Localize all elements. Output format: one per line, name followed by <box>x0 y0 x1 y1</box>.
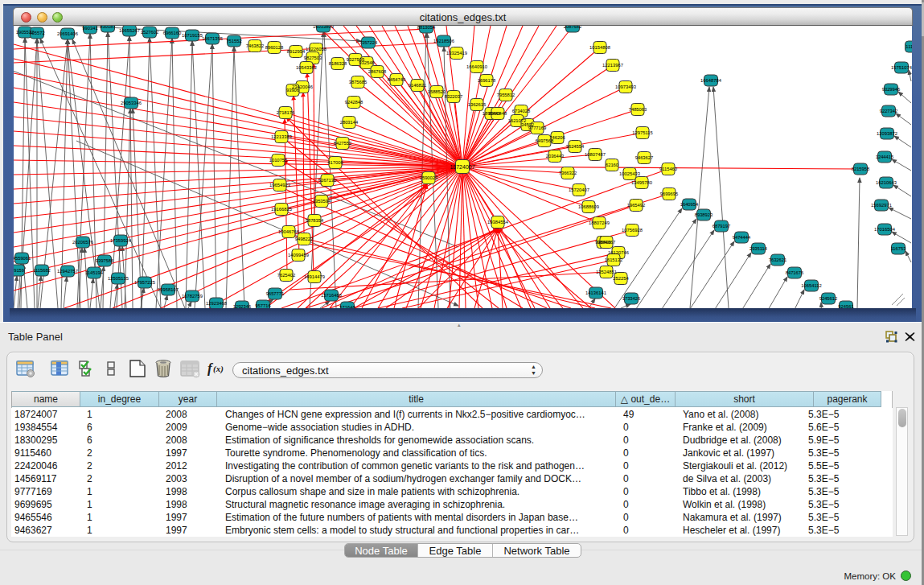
svg-text:8215958: 8215958 <box>852 167 870 171</box>
svg-text:5878354: 5878354 <box>306 218 324 223</box>
svg-text:14099459: 14099459 <box>288 253 309 257</box>
svg-text:8322037: 8322037 <box>445 94 463 99</box>
svg-text:1590023: 1590023 <box>420 175 438 180</box>
svg-text:8186328: 8186328 <box>329 61 347 66</box>
svg-text:1010755: 1010755 <box>269 158 288 163</box>
svg-text:7485063: 7485063 <box>629 107 647 112</box>
svg-text:2087682: 2087682 <box>564 26 582 29</box>
svg-text:1733426: 1733426 <box>622 296 641 301</box>
svg-text:6966160: 6966160 <box>163 31 182 35</box>
svg-text:9699695: 9699695 <box>660 192 679 196</box>
svg-text:1640954: 1640954 <box>680 202 699 207</box>
svg-text:15716485: 15716485 <box>321 293 342 298</box>
svg-text:15692971: 15692971 <box>871 203 892 208</box>
svg-text:9397586: 9397586 <box>96 258 114 263</box>
svg-text:10973493: 10973493 <box>615 84 636 89</box>
svg-text:990341: 990341 <box>82 26 97 31</box>
svg-text:10046766: 10046766 <box>278 229 299 234</box>
svg-text:13495780: 13495780 <box>631 180 652 185</box>
svg-text:957716: 957716 <box>255 303 270 308</box>
svg-text:8990448: 8990448 <box>489 111 507 116</box>
svg-text:93906: 93906 <box>286 88 299 93</box>
svg-text:9329946: 9329946 <box>882 87 901 92</box>
svg-text:405572: 405572 <box>29 31 44 35</box>
svg-text:16033809: 16033809 <box>313 26 334 29</box>
svg-text:9498222: 9498222 <box>295 237 314 241</box>
svg-text:7632621: 7632621 <box>769 257 787 262</box>
svg-text:12923468: 12923468 <box>206 301 227 306</box>
svg-text:9777169: 9777169 <box>528 126 547 130</box>
svg-text:5267130: 5267130 <box>318 178 337 183</box>
svg-text:7955812: 7955812 <box>497 93 515 97</box>
svg-text:116753: 116753 <box>891 246 906 251</box>
svg-text:12213383: 12213383 <box>271 134 292 139</box>
svg-text:252254: 252254 <box>613 276 629 281</box>
svg-text:14136141: 14136141 <box>585 290 606 295</box>
svg-text:9146821: 9146821 <box>409 83 427 88</box>
svg-text:1527602: 1527602 <box>141 30 159 35</box>
svg-text:1588520: 1588520 <box>428 89 446 94</box>
svg-text:10543362: 10543362 <box>296 65 317 70</box>
svg-text:9827503: 9827503 <box>304 56 322 60</box>
svg-text:1115682: 1115682 <box>33 268 51 273</box>
svg-text:20691406: 20691406 <box>57 31 78 36</box>
svg-text:19654923: 19654923 <box>269 183 290 187</box>
svg-text:19166825: 19166825 <box>271 207 292 212</box>
svg-text:39159: 39159 <box>14 268 24 273</box>
svg-text:10688609: 10688609 <box>578 204 599 209</box>
svg-text:4559061: 4559061 <box>14 256 31 261</box>
svg-text:11122: 11122 <box>906 44 912 49</box>
svg-text:6497568: 6497568 <box>536 138 554 143</box>
svg-text:20206576: 20206576 <box>72 240 93 245</box>
svg-text:9242848: 9242848 <box>345 100 363 105</box>
svg-text:751552: 751552 <box>226 39 241 43</box>
svg-text:15751074: 15751074 <box>891 65 912 70</box>
svg-text:10654112: 10654112 <box>801 283 821 288</box>
svg-text:62160: 62160 <box>606 163 618 167</box>
svg-text:15720407: 15720407 <box>569 187 589 192</box>
svg-text:9684067: 9684067 <box>598 240 616 245</box>
svg-text:1362615: 1362615 <box>468 102 487 107</box>
svg-text:16210643: 16210643 <box>876 180 897 185</box>
svg-text:10958107: 10958107 <box>158 287 179 292</box>
svg-text:10756928: 10756928 <box>622 228 643 233</box>
svg-text:19384554: 19384554 <box>487 220 509 225</box>
svg-text:17359924: 17359924 <box>110 238 132 243</box>
svg-text:830187: 830187 <box>100 26 115 29</box>
svg-text:10719155: 10719155 <box>182 33 203 38</box>
svg-text:10025433: 10025433 <box>619 171 640 176</box>
svg-text:12213967: 12213967 <box>602 63 623 68</box>
svg-text:7625402: 7625402 <box>277 273 296 278</box>
svg-text:13325419: 13325419 <box>446 51 467 56</box>
svg-text:1696178: 1696178 <box>478 78 496 83</box>
svg-text:1292346: 1292346 <box>233 304 252 308</box>
svg-text:8960128: 8960128 <box>265 45 284 50</box>
svg-text:2935114: 2935114 <box>749 246 768 251</box>
svg-text:1615132: 1615132 <box>605 257 623 262</box>
svg-text:1353594: 1353594 <box>313 199 331 204</box>
svg-text:(x): (x) <box>213 364 224 374</box>
svg-text:13226058: 13226058 <box>306 47 326 51</box>
svg-text:3624554: 3624554 <box>566 144 585 149</box>
svg-text:19218506: 19218506 <box>433 39 454 43</box>
svg-text:8912954: 8912954 <box>287 49 306 54</box>
svg-text:8938923: 8938923 <box>695 212 713 217</box>
svg-text:8427552: 8427552 <box>334 141 352 146</box>
svg-text:8813054: 8813054 <box>417 26 436 30</box>
svg-text:924561: 924561 <box>838 304 853 308</box>
svg-text:2718176: 2718176 <box>277 110 295 115</box>
svg-text:18807249: 18807249 <box>589 220 610 225</box>
svg-text:417006: 417006 <box>327 160 343 165</box>
svg-text:7357224: 7357224 <box>359 40 378 45</box>
svg-text:16671355: 16671355 <box>202 36 223 41</box>
svg-text:29053346: 29053346 <box>121 101 142 105</box>
svg-text:12505135: 12505135 <box>108 276 129 281</box>
svg-text:9657771: 9657771 <box>266 291 285 296</box>
svg-text:13524851: 13524851 <box>596 270 617 274</box>
svg-text:16640910: 16640910 <box>466 64 487 69</box>
svg-text:12942757: 12942757 <box>57 269 78 274</box>
svg-text:932546: 932546 <box>359 60 374 65</box>
svg-text:6879197: 6879197 <box>713 224 731 229</box>
svg-text:10154808: 10154808 <box>589 45 610 50</box>
svg-text:12975115: 12975115 <box>632 130 652 135</box>
